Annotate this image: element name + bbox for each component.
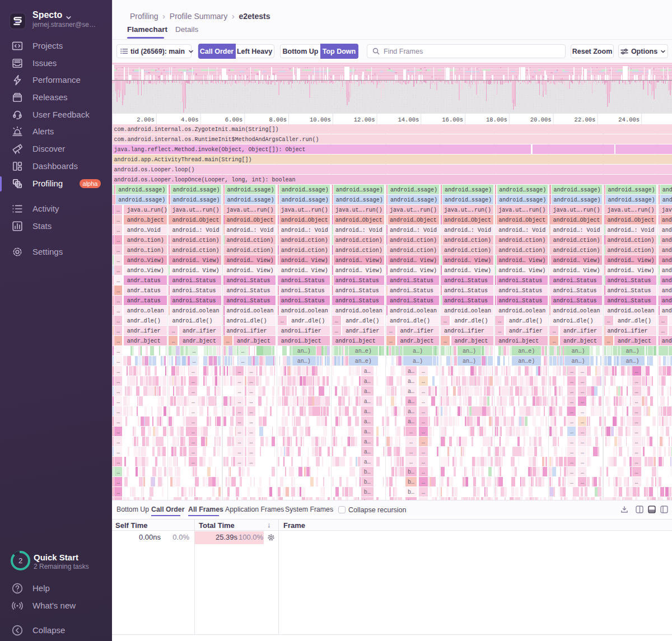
svg-text:an…): an…): [571, 358, 585, 364]
svg-text:an…): an…): [626, 348, 639, 354]
svg-text:a…: a…: [364, 378, 371, 385]
svg-text:andr…ifier: andr…ifier: [400, 328, 434, 334]
svg-text:android…oolean: android…oolean: [227, 308, 274, 314]
svg-text:android…ssage): android…ssage): [118, 187, 165, 193]
svg-text:…: …: [581, 449, 584, 455]
svg-text:android…ssage): android…ssage): [499, 187, 546, 193]
svg-text:…: …: [422, 469, 425, 475]
svg-text:androi…dle(): androi…dle(): [553, 318, 593, 324]
svg-text:android… View): android… View): [444, 268, 491, 274]
svg-text:…: …: [552, 338, 556, 344]
svg-text:android…Object: android…Object: [553, 217, 600, 223]
svg-text:…: …: [422, 439, 425, 445]
svg-text:android…oolean: android…oolean: [335, 308, 382, 314]
svg-text:android…ssage): android…ssage): [445, 187, 492, 193]
svg-text:…: …: [634, 399, 638, 405]
svg-text:android… View): android… View): [444, 258, 491, 264]
svg-text:a…: a…: [364, 449, 371, 455]
svg-text:android…ction): android…ction): [172, 247, 219, 254]
svg-text:an…e): an…e): [518, 358, 535, 364]
svg-text:andr…bject: andr…bject: [618, 338, 651, 344]
svg-text:android…Object: android…Object: [390, 217, 437, 223]
svg-text:…: …: [570, 409, 573, 415]
svg-text:android… View): android… View): [281, 258, 328, 264]
svg-text:androi…Status: androi…Status: [172, 278, 216, 284]
svg-text:…: …: [552, 328, 556, 334]
svg-text:…: …: [116, 399, 120, 405]
svg-text:android… View): android… View): [390, 268, 437, 274]
svg-text:androi…Status: androi…Status: [227, 298, 270, 304]
svg-text:…: …: [422, 479, 425, 485]
svg-text:…: …: [192, 399, 195, 405]
svg-text:andro…tion): andro…tion): [127, 247, 164, 254]
svg-text:…: …: [570, 479, 573, 485]
svg-text:android…ction): android…ction): [444, 247, 491, 254]
svg-text:…: …: [570, 419, 573, 425]
svg-text:androi…Status: androi…Status: [553, 278, 596, 284]
svg-text:…: …: [116, 368, 120, 375]
svg-text:…: …: [422, 429, 425, 435]
svg-text:…: …: [422, 489, 425, 495]
svg-text:android…ction): android…ction): [227, 247, 274, 254]
svg-text:android…: Void: android…: Void: [498, 227, 545, 233]
svg-text:andr…ifier: andr…ifier: [346, 328, 379, 334]
svg-text:andr…dle(): andr…dle(): [618, 318, 651, 324]
svg-text:a…: a…: [364, 419, 371, 425]
svg-text:android…ction): android…ction): [281, 237, 328, 244]
svg-text:android…: Void: android…: Void: [172, 227, 219, 233]
svg-text:androi…Status: androi…Status: [227, 288, 270, 294]
svg-text:andr…tatus: andr…tatus: [127, 278, 161, 284]
svg-text:6.00s: 6.00s: [225, 116, 243, 123]
svg-text:…: …: [581, 469, 584, 475]
svg-text:andr…dle(): andr…dle(): [509, 318, 543, 324]
svg-text:…: …: [581, 389, 584, 395]
svg-text:android… View): android… View): [608, 258, 655, 264]
svg-text:androi…Status: androi…Status: [662, 278, 672, 284]
svg-text:android…: Void: android…: Void: [281, 227, 328, 233]
svg-text:androi…bject: androi…bject: [281, 338, 321, 344]
svg-text:…: …: [581, 378, 584, 385]
svg-text:…: …: [192, 348, 195, 354]
svg-text:a…: a…: [364, 429, 371, 435]
svg-text:…: …: [249, 378, 253, 385]
svg-text:…: …: [570, 368, 573, 375]
svg-text:…: …: [116, 409, 120, 415]
svg-text:…: …: [116, 247, 120, 254]
svg-text:…: …: [581, 419, 584, 425]
svg-text:androi…Status: androi…Status: [553, 298, 596, 304]
svg-text:android…ction): android…ction): [172, 237, 219, 244]
svg-text:8.00s: 8.00s: [269, 116, 287, 123]
svg-text:android…ction): android…ction): [498, 237, 545, 244]
svg-text:android…ssage): android…ssage): [553, 197, 600, 203]
svg-text:a…: a…: [408, 389, 414, 395]
svg-text:a…: a…: [408, 419, 414, 425]
svg-text:android…ssage): android…ssage): [608, 197, 655, 203]
svg-text:android…ssage): android…ssage): [282, 187, 329, 193]
svg-text:android…ction): android…ction): [553, 237, 600, 244]
svg-text:…: …: [281, 318, 284, 324]
svg-text:an…): an…): [297, 348, 311, 354]
svg-text:…: …: [570, 469, 573, 475]
svg-text:…: …: [249, 439, 253, 445]
svg-text:…: …: [422, 419, 425, 425]
svg-text:andr…dle(): andr…dle(): [455, 318, 488, 324]
svg-text:androi…Status: androi…Status: [498, 298, 542, 304]
svg-text:…: …: [237, 368, 241, 375]
svg-text:android…Object: android…Object: [498, 217, 545, 223]
svg-text:…: …: [116, 328, 120, 334]
svg-text:…: …: [116, 298, 120, 304]
svg-text:20.00s: 20.00s: [530, 116, 552, 123]
svg-text:a…: a…: [408, 368, 414, 375]
svg-text:android…Object: android…Object: [444, 217, 491, 223]
svg-text:androi…ifier: androi…ifier: [281, 328, 321, 334]
svg-text:android…Object: android…Object: [608, 217, 655, 223]
svg-text:12.00s: 12.00s: [354, 116, 375, 123]
svg-text:andr…ifier: andr…ifier: [563, 328, 597, 334]
svg-text:android…ssage): android…ssage): [172, 187, 220, 193]
svg-text:android… View): android… View): [227, 258, 274, 264]
svg-text:android…: Void: android…: Void: [608, 227, 655, 233]
svg-text:java.ut….run(): java.ut….run(): [227, 207, 274, 213]
svg-text:a…: a…: [364, 399, 371, 405]
svg-text:an…): an…): [463, 358, 476, 364]
svg-text:androi…Status: androi…Status: [390, 298, 433, 304]
